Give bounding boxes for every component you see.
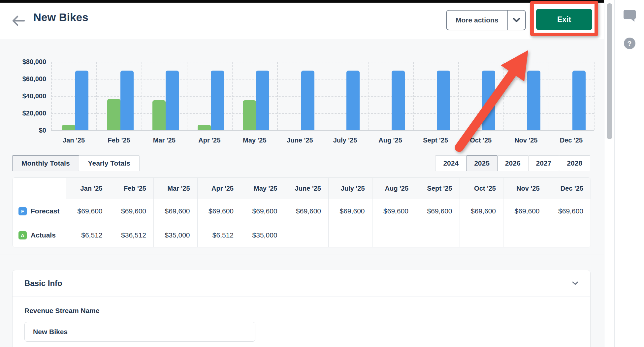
- scrollbar-track[interactable]: [604, 0, 614, 347]
- chevron-down-icon: [513, 18, 520, 22]
- basic-info-header[interactable]: Basic Info: [13, 270, 590, 297]
- bar-group: [277, 62, 322, 130]
- table-header-cell: Feb '25: [110, 178, 154, 199]
- bar-group: [413, 62, 458, 130]
- bar-group: [503, 62, 549, 130]
- comment-bubble-shape: [624, 10, 636, 19]
- year-tab-2027[interactable]: 2027: [528, 155, 560, 171]
- forecast-bar: [301, 71, 314, 130]
- forecast-bar: [527, 71, 540, 130]
- forecast-badge-icon: F: [18, 207, 27, 215]
- forecast-bar: [392, 71, 405, 130]
- forecast-bar: [346, 71, 360, 130]
- bar-group: [232, 62, 277, 130]
- actuals-bar: [107, 99, 120, 130]
- table-header-cell: May '25: [241, 178, 285, 199]
- table-header-cell: Jan '25: [66, 178, 110, 199]
- table-cell: $36,512: [110, 223, 154, 247]
- revenue-stream-page: New Bikes More actions Exit $80,000$60,0…: [0, 0, 644, 347]
- table-header-cell: July '25: [328, 178, 372, 199]
- view-tab-monthly-totals[interactable]: Monthly Totals: [12, 155, 79, 171]
- scrollbar-thumb[interactable]: [607, 3, 612, 139]
- row-label-cell: AActuals: [13, 223, 66, 247]
- y-axis-tick: $20,000: [0, 109, 46, 118]
- table-cell: $35,000: [153, 223, 197, 247]
- table-cell: $69,600: [547, 199, 591, 223]
- table-cell: [460, 223, 503, 247]
- x-axis-label: Sept '25: [413, 135, 458, 146]
- table-cell: $69,600: [328, 199, 372, 223]
- basic-info-title: Basic Info: [24, 279, 62, 288]
- year-tab-2028[interactable]: 2028: [559, 155, 590, 171]
- row-label-cell: FForecast: [13, 199, 66, 223]
- table-row: FForecast$69,600$69,600$69,600$69,600$69…: [13, 199, 591, 223]
- revenue-stream-name-label: Revenue Stream Name: [24, 307, 578, 315]
- view-toggle: Monthly TotalsYearly Totals: [12, 155, 140, 171]
- year-tab-2025[interactable]: 2025: [466, 155, 498, 171]
- gridline-v: [594, 62, 595, 130]
- arrow-left-icon: [11, 15, 26, 27]
- forecast-bar: [256, 71, 269, 130]
- table-cell: $69,600: [66, 199, 110, 223]
- forecast-bar: [211, 71, 224, 130]
- comment-icon[interactable]: [615, 10, 644, 19]
- table-cell: [285, 223, 329, 247]
- bar-group: [458, 62, 503, 130]
- table-cell: $69,600: [153, 199, 197, 223]
- exit-button[interactable]: Exit: [536, 9, 592, 30]
- forecast-bar: [166, 71, 179, 130]
- section-divider: [0, 255, 604, 255]
- more-actions-chevron-button[interactable]: [507, 11, 525, 30]
- basic-info-card: Basic Info Revenue Stream Name: [12, 270, 591, 347]
- forecast-bar: [482, 71, 495, 130]
- page-title: New Bikes: [33, 11, 88, 24]
- forecast-bar: [437, 71, 450, 130]
- more-actions-split-button: More actions: [446, 10, 526, 30]
- table-cell: $6,512: [197, 223, 241, 247]
- table-header-cell: Dec '25: [547, 178, 591, 199]
- actuals-bar: [152, 100, 166, 130]
- table-cell: $69,600: [285, 199, 329, 223]
- table-corner-cell: [13, 178, 66, 199]
- table-cell: $6,512: [66, 223, 110, 247]
- bar-group: [368, 62, 413, 130]
- table-cell: $69,600: [460, 199, 503, 223]
- top-strip: [0, 0, 604, 3]
- row-label: Actuals: [31, 231, 56, 239]
- table-cell: [372, 223, 416, 247]
- y-axis-tick: $80,000: [0, 57, 46, 66]
- x-axis-label: May '25: [232, 135, 277, 146]
- year-tab-2024[interactable]: 2024: [435, 155, 467, 171]
- table-header-cell: Aug '25: [372, 178, 416, 199]
- table-header-cell: Sept '25: [416, 178, 460, 199]
- table-header-row: Jan '25Feb '25Mar '25Apr '25May '25June …: [13, 178, 591, 199]
- totals-table: Jan '25Feb '25Mar '25Apr '25May '25June …: [12, 177, 591, 247]
- back-button[interactable]: [10, 14, 27, 28]
- table-cell: [328, 223, 372, 247]
- bar-group: [142, 62, 187, 130]
- table-cell: $69,600: [372, 199, 416, 223]
- table-header-cell: Nov '25: [503, 178, 547, 199]
- forecast-bar: [572, 71, 586, 130]
- x-axis-label: Jan '25: [51, 135, 96, 146]
- table-cell: [547, 223, 591, 247]
- x-axis-label: June '25: [277, 135, 322, 146]
- year-tab-2026[interactable]: 2026: [497, 155, 529, 171]
- header: New Bikes More actions Exit: [0, 3, 604, 40]
- actuals-bar: [198, 125, 211, 130]
- x-axis-label: Apr '25: [187, 135, 232, 146]
- year-tabs: 20242025202620272028: [435, 155, 590, 171]
- table-row: AActuals$6,512$36,512$35,000$6,512$35,00…: [13, 223, 591, 247]
- revenue-stream-name-input[interactable]: [24, 322, 255, 342]
- table-cell: [416, 223, 460, 247]
- row-label: Forecast: [31, 207, 60, 215]
- bar-group: [187, 62, 232, 130]
- rail-divider: [615, 59, 644, 59]
- bar-group: [323, 62, 368, 130]
- table-cell: $35,000: [241, 223, 285, 247]
- help-icon[interactable]: ?: [615, 38, 644, 49]
- more-actions-button[interactable]: More actions: [447, 11, 507, 30]
- y-axis-tick: $40,000: [0, 91, 46, 101]
- x-axis-label: Aug '25: [368, 135, 413, 146]
- view-tab-yearly-totals[interactable]: Yearly Totals: [79, 155, 140, 171]
